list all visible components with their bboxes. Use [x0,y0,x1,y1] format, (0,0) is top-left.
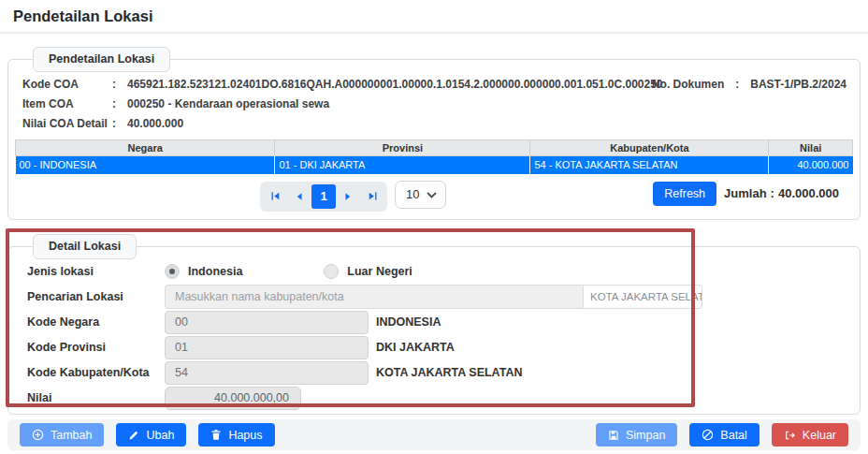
footer-toolbar: Tambah Ubah Hapus Simpan Batal Kelu [7,419,861,450]
pencarian-lokasi-row: Pencarian Lokasi KOTA JAKARTA SELATAN [8,285,860,309]
page-number-current[interactable]: 1 [311,184,336,209]
pagination: 1 [260,182,387,212]
simpan-button[interactable]: Simpan [596,423,677,447]
nilai-input [165,387,301,410]
item-coa-label: Item COA [22,95,112,114]
jumlah-total: Jumlah:40.000.000 [724,186,839,200]
panel-pendetailan-lokasi: Pendetailan Lokasi Kode COA : 465921.182… [7,59,861,220]
item-coa-value: 000250 - Kendaraan operasional sewa [127,95,329,114]
cell-provinsi: 01 - DKI JAKARTA [275,156,530,174]
caret-right-icon [343,192,353,201]
coa-info: Kode COA : 465921.182.523121.02401DO.681… [8,60,860,134]
kode-kabupaten-name: KOTA JAKARTA SELATAN [376,366,522,379]
cell-nilai: 40.000.000 [769,156,853,174]
ubah-label: Ubah [146,429,174,442]
batal-button[interactable]: Batal [689,423,760,447]
location-table: Negara Provinsi Kabupaten/Kota Nilai 00 … [15,139,853,174]
kode-provinsi-label: Kode Provinsi [27,341,165,354]
jenis-lokasi-label: Jenis lokasi [27,265,165,278]
keluar-button[interactable]: Keluar [772,423,848,447]
kode-coa-value: 465921.182.523121.02401DO.6816QAH.A00000… [127,75,663,95]
ubah-button[interactable]: Ubah [116,423,186,447]
kode-provinsi-input [165,336,369,359]
panel-detail-legend: Detail Lokasi [33,234,137,259]
radio-option-indonesia[interactable]: Indonesia [165,264,242,279]
table-row-selected[interactable]: 00 - INDONESIA 01 - DKI JAKARTA 54 - KOT… [16,156,853,174]
pencarian-lokasi-label: Pencarian Lokasi [27,290,165,303]
cell-negara: 00 - INDONESIA [16,156,275,174]
main-content: Pendetailan Lokasi Kode COA : 465921.182… [0,59,868,450]
radio-luar-negeri-label: Luar Negeri [347,265,412,278]
kode-negara-name: INDONESIA [376,315,441,329]
col-nilai: Nilai [769,140,853,156]
kode-kabupaten-input [165,361,369,385]
col-kabupaten: Kabupaten/Kota [530,140,769,156]
cell-kabupaten: 54 - KOTA JAKARTA SELATAN [530,156,769,174]
no-dokumen-value: BAST-1/PB.2/2024 [750,75,846,95]
nilai-label: Nilai [27,391,165,404]
kode-negara-label: Kode Negara [27,315,165,329]
plus-circle-icon [32,429,44,441]
kode-provinsi-row: Kode Provinsi DKI JAKARTA [8,335,860,359]
jumlah-sep: : [771,186,774,200]
page-prev-button[interactable] [287,184,311,209]
tambah-label: Tambah [51,429,92,442]
jenis-lokasi-row: Jenis lokasi Indonesia Luar Negeri [8,259,860,284]
chevron-down-icon [427,187,437,201]
title-bar: Pendetailan Lokasi [0,0,868,34]
radio-indonesia-icon[interactable] [165,264,180,279]
slash-circle-icon [702,429,714,441]
page-next-button[interactable] [336,184,360,209]
nilai-coa-label: Nilai COA Detail [22,114,112,134]
page-first-button[interactable] [263,184,287,209]
tambah-button[interactable]: Tambah [20,423,104,447]
radio-luar-negeri-icon[interactable] [324,264,339,279]
col-provinsi: Provinsi [275,140,530,156]
footer-left-buttons: Tambah Ubah Hapus [20,423,275,447]
box-arrow-right-icon [784,430,796,441]
refresh-group: Refresh Jumlah:40.000.000 [653,182,839,206]
radio-option-luar-negeri[interactable]: Luar Negeri [324,264,412,279]
page-last-button[interactable] [360,184,384,209]
jumlah-value: 40.000.000 [778,186,839,200]
kode-kabupaten-row: Kode Kabupaten/Kota KOTA JAKARTA SELATAN [8,360,860,385]
save-icon [608,430,619,441]
panel-detail-lokasi: Detail Lokasi Jenis lokasi Indonesia Lua… [7,246,861,415]
nilai-coa-value: 40.000.000 [127,114,183,134]
batal-label: Batal [720,429,747,442]
skip-end-icon [368,191,378,201]
pagination-row: 1 10 Refresh Jumlah:40.000.000 [8,180,860,217]
kode-negara-row: Kode Negara INDONESIA [8,310,860,334]
kode-coa-label: Kode COA [22,75,112,95]
nilai-row: Nilai [8,386,860,410]
no-dokumen: No. Dokumen : BAST-1/PB.2/2024 [652,75,846,95]
nilai-coa-row: Nilai COA Detail : 40.000.000 [22,114,848,134]
location-table-header: Negara Provinsi Kabupaten/Kota Nilai [16,140,853,156]
page-title: Pendetailan Lokasi [13,7,855,24]
hapus-label: Hapus [228,429,262,442]
pencil-icon [128,430,139,441]
kode-provinsi-name: DKI JAKARTA [376,341,455,354]
page-size-select[interactable]: 10 [395,181,446,209]
skip-start-icon [270,191,281,201]
jumlah-label: Jumlah [724,186,767,200]
kode-negara-input [165,311,369,334]
pencarian-lokasi-input[interactable] [165,285,583,309]
no-dokumen-label: No. Dokumen [652,75,724,95]
pencarian-lokasi-addon: KOTA JAKARTA SELATAN [583,285,702,309]
page-size-value: 10 [406,187,419,201]
refresh-button[interactable]: Refresh [653,182,716,206]
kode-kabupaten-label: Kode Kabupaten/Kota [27,366,165,379]
trash-icon [210,429,222,441]
nilai-coa-sep: : [112,114,127,134]
caret-left-icon [295,192,304,201]
simpan-label: Simpan [626,429,665,442]
item-coa-sep: : [112,95,127,114]
col-negara: Negara [16,140,275,156]
detail-form: Jenis lokasi Indonesia Luar Negeri Penca… [8,247,860,410]
keluar-label: Keluar [803,429,836,442]
hapus-button[interactable]: Hapus [198,423,274,447]
item-coa-row: Item COA : 000250 - Kendaraan operasiona… [22,95,848,114]
no-dokumen-sep: : [735,75,739,95]
footer-right-buttons: Simpan Batal Keluar [596,423,848,447]
